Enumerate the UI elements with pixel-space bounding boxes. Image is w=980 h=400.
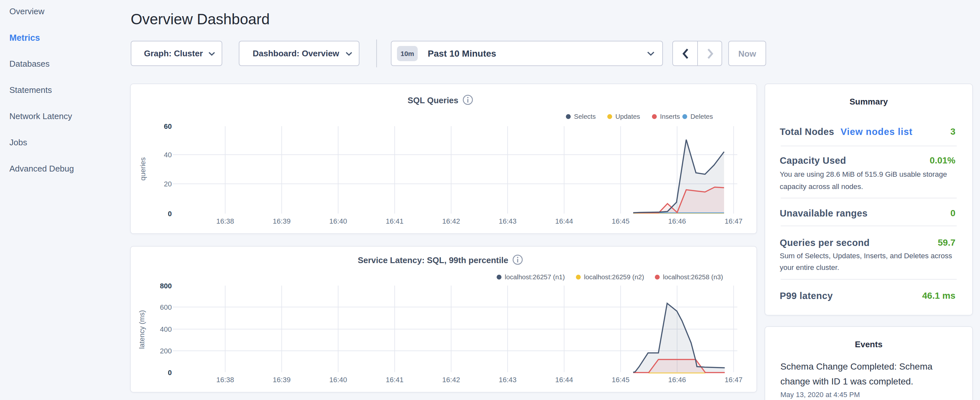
svg-text:16:41: 16:41 — [386, 376, 404, 384]
svg-text:queries: queries — [139, 157, 147, 180]
svg-text:16:44: 16:44 — [555, 217, 573, 225]
svg-text:16:39: 16:39 — [273, 217, 291, 225]
svg-text:16:38: 16:38 — [216, 376, 234, 384]
svg-text:16:45: 16:45 — [612, 217, 630, 225]
svg-text:16:40: 16:40 — [329, 217, 347, 225]
svg-text:16:47: 16:47 — [725, 376, 743, 384]
svg-text:16:43: 16:43 — [499, 376, 516, 384]
svg-text:600: 600 — [160, 303, 172, 311]
svg-text:latency (ms): latency (ms) — [138, 310, 146, 349]
svg-text:0: 0 — [168, 210, 172, 218]
svg-text:16:42: 16:42 — [442, 376, 460, 384]
svg-text:16:41: 16:41 — [386, 217, 404, 225]
svg-text:0: 0 — [168, 369, 172, 377]
svg-text:400: 400 — [160, 325, 172, 333]
svg-text:16:46: 16:46 — [668, 217, 686, 225]
svg-text:20: 20 — [164, 180, 172, 188]
svg-text:16:44: 16:44 — [555, 376, 573, 384]
svg-text:16:45: 16:45 — [612, 376, 630, 384]
svg-text:800: 800 — [160, 282, 172, 290]
svg-text:16:38: 16:38 — [216, 217, 234, 225]
svg-text:16:46: 16:46 — [668, 376, 686, 384]
svg-text:60: 60 — [164, 122, 172, 131]
svg-text:16:39: 16:39 — [273, 376, 291, 384]
svg-text:16:43: 16:43 — [499, 217, 516, 225]
svg-text:40: 40 — [164, 151, 172, 159]
svg-text:200: 200 — [160, 347, 172, 355]
svg-text:16:40: 16:40 — [329, 376, 347, 384]
svg-text:16:47: 16:47 — [725, 217, 743, 225]
svg-text:16:42: 16:42 — [442, 217, 460, 225]
